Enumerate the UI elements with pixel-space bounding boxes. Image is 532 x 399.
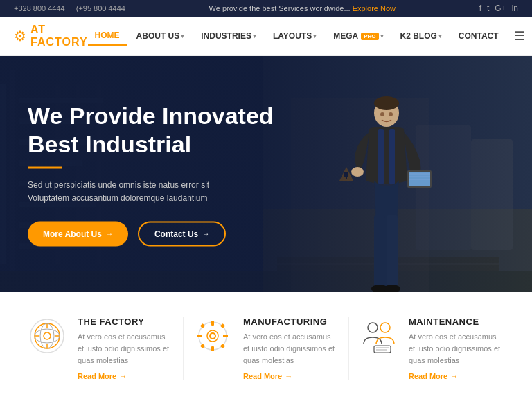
svg-rect-38 xyxy=(378,129,384,184)
hamburger-icon[interactable]: ☰ xyxy=(514,28,525,44)
svg-rect-60 xyxy=(220,344,225,348)
main-nav: HOME ABOUT US ▾ INDUSTRIES ▾ LAYOUTS ▾ M… xyxy=(88,26,525,46)
service-divider-1 xyxy=(183,317,184,380)
chevron-down-icon: ▾ xyxy=(438,33,442,39)
nav-industries[interactable]: INDUSTRIES ▾ xyxy=(194,27,263,45)
svg-rect-57 xyxy=(200,323,205,328)
nav-home[interactable]: HOME xyxy=(88,26,127,46)
factory-icon-wrap xyxy=(28,317,66,355)
svg-rect-35 xyxy=(387,215,398,292)
arrow-right-icon: → xyxy=(202,230,209,238)
logo[interactable]: ⚙ AT FACTORY xyxy=(14,24,88,48)
hero-section: We Provide Innovated Best Industrial Sed… xyxy=(0,56,532,292)
factory-service-text: THE FACTORY At vero eos et accusamus et … xyxy=(78,317,173,380)
worker-svg xyxy=(317,91,442,292)
nav-mega[interactable]: MEGA PRO ▾ xyxy=(326,27,390,45)
svg-point-27 xyxy=(351,167,364,177)
logo-icon: ⚙ xyxy=(14,28,26,44)
phone2[interactable]: (+95 800 4444 xyxy=(76,4,125,12)
chevron-down-icon: ▾ xyxy=(181,33,184,39)
svg-rect-64 xyxy=(374,346,391,353)
manufacturing-service-desc: At vero eos et accusamus et iusto odio d… xyxy=(243,331,339,366)
chevron-down-icon: ▾ xyxy=(253,33,256,39)
factory-service-title: THE FACTORY xyxy=(78,317,173,327)
top-bar-tagline: We provide the best Services worldwide..… xyxy=(209,4,396,12)
factory-read-more[interactable]: Read More → xyxy=(78,372,173,380)
service-factory: THE FACTORY At vero eos et accusamus et … xyxy=(28,317,173,380)
service-divider-2 xyxy=(348,317,349,380)
mega-badge: PRO xyxy=(361,33,378,40)
svg-rect-53 xyxy=(211,321,214,326)
top-bar-contacts: +328 800 4444 (+95 800 4444 xyxy=(14,4,125,12)
services-section: THE FACTORY At vero eos et accusamus et … xyxy=(0,292,532,399)
svg-point-61 xyxy=(210,333,215,339)
manufacturing-icon xyxy=(195,318,231,354)
svg-rect-58 xyxy=(220,323,225,328)
nav-layouts[interactable]: LAYOUTS ▾ xyxy=(266,27,323,45)
arrow-icon: → xyxy=(119,372,127,380)
hero-buttons: More About Us → Contact Us → xyxy=(28,221,274,246)
nav-about[interactable]: ABOUT US ▾ xyxy=(130,27,192,45)
svg-point-63 xyxy=(380,323,390,332)
googleplus-icon[interactable]: G+ xyxy=(495,3,506,13)
hero-person xyxy=(310,84,449,292)
hero-divider xyxy=(28,166,62,168)
manufacturing-service-title: MANUFACTURING xyxy=(243,317,339,327)
manufacturing-read-more[interactable]: Read More → xyxy=(243,372,339,380)
svg-rect-59 xyxy=(200,344,205,348)
service-maintenance: MAINTENANCE At vero eos et accusamus et … xyxy=(359,317,504,380)
contact-us-button[interactable]: Contact Us → xyxy=(138,221,226,246)
service-manufacturing: MANUFACTURING At vero eos et accusamus e… xyxy=(193,317,339,380)
twitter-icon[interactable]: t xyxy=(487,3,489,13)
nav-contact[interactable]: CONTACT xyxy=(452,27,506,45)
svg-point-41 xyxy=(389,112,393,116)
maintenance-read-more[interactable]: Read More → xyxy=(409,372,504,380)
arrow-icon: → xyxy=(450,372,458,380)
hero-content: We Provide Innovated Best Industrial Sed… xyxy=(28,102,274,247)
chevron-down-icon: ▾ xyxy=(313,33,317,39)
maintenance-icon xyxy=(360,318,396,354)
manufacturing-service-text: MANUFACTURING At vero eos et accusamus e… xyxy=(243,317,339,380)
facebook-icon[interactable]: f xyxy=(479,3,481,13)
phone1[interactable]: +328 800 4444 xyxy=(14,4,65,12)
maintenance-service-title: MAINTENANCE xyxy=(409,317,504,327)
svg-point-26 xyxy=(374,96,399,110)
social-icons: f t G+ in xyxy=(479,3,518,13)
svg-rect-34 xyxy=(374,215,385,292)
svg-rect-39 xyxy=(389,129,395,184)
svg-rect-56 xyxy=(223,335,228,337)
logo-text: AT FACTORY xyxy=(30,24,88,48)
svg-point-44 xyxy=(44,332,51,339)
svg-rect-55 xyxy=(197,335,202,337)
factory-icon xyxy=(29,318,65,354)
maintenance-service-text: MAINTENANCE At vero eos et accusamus et … xyxy=(409,317,504,380)
hero-description: Sed ut perspiciatis unde omnis iste natu… xyxy=(28,178,222,204)
svg-rect-54 xyxy=(211,346,214,351)
maintenance-service-desc: At vero eos et accusamus et iusto odio d… xyxy=(409,331,504,366)
linkedin-icon[interactable]: in xyxy=(512,3,518,13)
explore-link[interactable]: Explore Now xyxy=(353,4,396,12)
arrow-icon: → xyxy=(285,372,292,380)
nav-blog[interactable]: K2 BLOG ▾ xyxy=(393,27,449,45)
svg-point-62 xyxy=(368,323,378,332)
arrow-right-icon: → xyxy=(106,230,113,238)
hero-title: We Provide Innovated Best Industrial xyxy=(28,102,274,159)
manufacturing-icon-wrap xyxy=(193,317,232,355)
maintenance-icon-wrap xyxy=(359,317,398,355)
header: ⚙ AT FACTORY HOME ABOUT US ▾ INDUSTRIES … xyxy=(0,17,532,56)
top-bar: +328 800 4444 (+95 800 4444 We provide t… xyxy=(0,0,532,17)
factory-service-desc: At vero eos et accusamus et iusto odio d… xyxy=(78,331,173,366)
chevron-down-icon: ▾ xyxy=(380,33,384,39)
more-about-button[interactable]: More About Us → xyxy=(28,221,128,246)
svg-point-40 xyxy=(380,112,384,116)
svg-point-52 xyxy=(207,330,218,342)
